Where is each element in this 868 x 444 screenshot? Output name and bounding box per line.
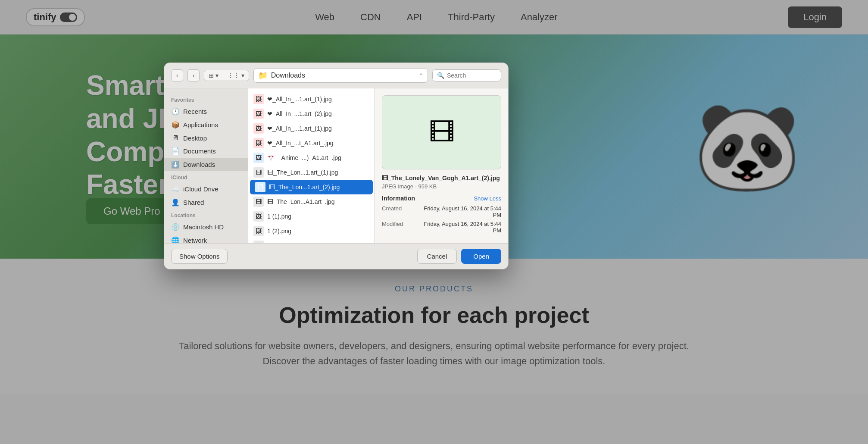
- created-value: Friday, August 16, 2024 at 5:44 PM: [424, 205, 501, 218]
- sidebar-item-label-icloud-drive: iCloud Drive: [183, 185, 219, 193]
- search-icon: 🔍: [437, 72, 444, 79]
- open-button[interactable]: Open: [461, 249, 501, 264]
- sidebar-item-shared[interactable]: 👤 Shared: [164, 196, 248, 209]
- sidebar-item-macintosh-hd[interactable]: 💿 Macintosh HD: [164, 220, 248, 234]
- dialog-actions: Cancel Open: [417, 249, 501, 264]
- sidebar-item-label-network: Network: [183, 237, 207, 243]
- info-modified-row: Modified Friday, August 16, 2024 at 5:44…: [382, 221, 501, 234]
- file-name: ❤_All_In_...1.art_(1).jpg: [267, 125, 332, 132]
- file-thumb: 🖼: [253, 211, 264, 222]
- dialog-footer: Show Options Cancel Open: [164, 243, 508, 269]
- list-item[interactable]: 🖼 ❤_All_In_...1.art_(1).jpg: [248, 121, 375, 136]
- recents-icon: 🕐: [171, 107, 180, 116]
- sidebar-item-network[interactable]: 🌐 Network: [164, 234, 248, 243]
- file-thumb: 🎞: [255, 182, 265, 192]
- list-item[interactable]: 🎞 🎞_The_Lon...A1.art_.jpg: [248, 194, 375, 209]
- preview-panel: 🎞 🎞_The_Lonely_Van_Gogh_A1.art_(2).jpg J…: [375, 88, 508, 243]
- sidebar-item-label-applications: Applications: [183, 121, 218, 128]
- desktop-icon: 🖥: [171, 134, 180, 142]
- sidebar-item-label-downloads: Downloads: [183, 161, 215, 168]
- file-name: ❤_All_In_...1.art_(1).jpg: [267, 96, 332, 103]
- file-dialog: ‹ › ⊞ ▾ ⋮⋮ ▾ 📁 Downloads ⌃ 🔍 Favorites 🕐…: [164, 63, 509, 269]
- file-name: 1 (2).png: [267, 228, 291, 235]
- info-created-row: Created Friday, August 16, 2024 at 5:44 …: [382, 205, 501, 218]
- file-thumb: 🖼: [253, 138, 264, 148]
- sidebar-item-recents[interactable]: 🕐 Recents: [164, 105, 248, 118]
- network-icon: 🌐: [171, 236, 180, 243]
- list-item-selected[interactable]: 🎞 🎞_The_Lon...1.art_(2).jpg: [250, 180, 373, 194]
- sidebar-item-downloads[interactable]: ⬇️ Downloads: [164, 158, 248, 171]
- info-title: Information: [382, 195, 415, 202]
- sidebar-item-desktop[interactable]: 🖥 Desktop: [164, 131, 248, 144]
- list-item[interactable]: 🖼 🎌__Anime_...)_A1.art_.jpg: [248, 150, 375, 165]
- file-name: 🎞_The_Lon...A1.art_.jpg: [267, 198, 334, 205]
- dialog-body: Favorites 🕐 Recents 📦 Applications 🖥 Des…: [164, 88, 508, 243]
- location-icon: 📁: [258, 71, 268, 80]
- downloads-icon: ⬇️: [171, 160, 180, 169]
- preview-filename: 🎞_The_Lonely_Van_Gogh_A1.art_(2).jpg: [382, 175, 501, 181]
- icloud-drive-icon: ☁️: [171, 185, 180, 193]
- applications-icon: 📦: [171, 121, 180, 129]
- location-text: Downloads: [271, 72, 415, 79]
- file-thumb: 🖼: [253, 226, 264, 236]
- icloud-label: iCloud: [164, 171, 248, 182]
- sidebar-item-applications[interactable]: 📦 Applications: [164, 118, 248, 131]
- view-toggle: ⊞ ▾ ⋮⋮ ▾: [204, 70, 249, 81]
- file-name: 🎌__Anime_...)_A1.art_.jpg: [267, 154, 341, 161]
- location-bar: 📁 Downloads ⌃: [253, 68, 428, 83]
- modified-value: Friday, August 16, 2024 at 5:44 PM: [424, 221, 501, 234]
- sidebar-item-documents[interactable]: 📄 Documents: [164, 144, 248, 158]
- dialog-sidebar: Favorites 🕐 Recents 📦 Applications 🖥 Des…: [164, 88, 248, 243]
- list-item[interactable]: 🖼 1 (1).png: [248, 209, 375, 224]
- file-thumb: 🎞: [253, 197, 264, 207]
- file-thumb: 🖼: [253, 109, 264, 119]
- created-label: Created: [382, 205, 402, 218]
- file-list[interactable]: 🖼 ❤_All_In_...1.art_(1).jpg 🖼 ❤_All_In_.…: [248, 88, 375, 243]
- list-view-button[interactable]: ⊞ ▾: [204, 70, 223, 81]
- info-header: Information Show Less: [382, 195, 501, 202]
- location-chevron-icon: ⌃: [419, 72, 423, 78]
- preview-filesize: JPEG image - 959 KB: [382, 183, 501, 190]
- file-name: 🎞_The_Lon...1.art_(2).jpg: [269, 184, 340, 191]
- search-box[interactable]: 🔍: [432, 69, 501, 81]
- grid-view-button[interactable]: ⋮⋮ ▾: [223, 70, 249, 81]
- list-item[interactable]: 🖼 ❤_All_In_...1.art_(1).jpg: [248, 92, 375, 106]
- file-thumb: 🖼: [253, 123, 264, 134]
- file-name: ❤_All_In_...t_A1.art_.jpg: [267, 140, 334, 147]
- sidebar-item-label-recents: Recents: [183, 108, 207, 115]
- file-name: ❤_All_In_...1.art_(2).jpg: [267, 110, 332, 117]
- documents-icon: 📄: [171, 147, 180, 155]
- file-name: 🎞_The_Lon...1.art_(1).jpg: [267, 169, 338, 176]
- back-button[interactable]: ‹: [171, 69, 183, 81]
- preview-image: 🎞: [382, 95, 501, 169]
- list-item[interactable]: 🖼 ❤_All_In_...t_A1.art_.jpg: [248, 136, 375, 150]
- modified-label: Modified: [382, 221, 403, 234]
- locations-label: Locations: [164, 209, 248, 220]
- list-item[interactable]: 🎞 🎞_The_Lon...1.art_(1).jpg: [248, 165, 375, 180]
- sidebar-item-icloud-drive[interactable]: ☁️ iCloud Drive: [164, 182, 248, 196]
- file-name: 1 (1).png: [267, 213, 291, 220]
- search-input[interactable]: [447, 72, 496, 79]
- sidebar-item-label-shared: Shared: [183, 199, 204, 206]
- list-item[interactable]: 🖼 1 (2).png: [248, 224, 375, 238]
- show-options-button[interactable]: Show Options: [171, 249, 228, 264]
- show-less-button[interactable]: Show Less: [474, 195, 501, 202]
- favorites-label: Favorites: [164, 94, 248, 105]
- file-thumb: 🖼: [253, 94, 264, 104]
- file-thumb: 🖼: [253, 153, 264, 163]
- file-thumb: 🎞: [253, 167, 264, 178]
- sidebar-item-label-desktop: Desktop: [183, 134, 207, 142]
- list-item[interactable]: 🖼 ❤_All_In_...1.art_(2).jpg: [248, 106, 375, 121]
- macintosh-hd-icon: 💿: [171, 223, 180, 231]
- dialog-toolbar: ‹ › ⊞ ▾ ⋮⋮ ▾ 📁 Downloads ⌃ 🔍: [164, 63, 508, 88]
- shared-icon: 👤: [171, 198, 180, 206]
- list-item[interactable]: 🖼 1 (3).png: [248, 238, 375, 243]
- cancel-button[interactable]: Cancel: [417, 249, 457, 264]
- sidebar-item-label-macintosh: Macintosh HD: [183, 223, 224, 231]
- sidebar-item-label-documents: Documents: [183, 147, 216, 155]
- forward-button[interactable]: ›: [187, 69, 200, 81]
